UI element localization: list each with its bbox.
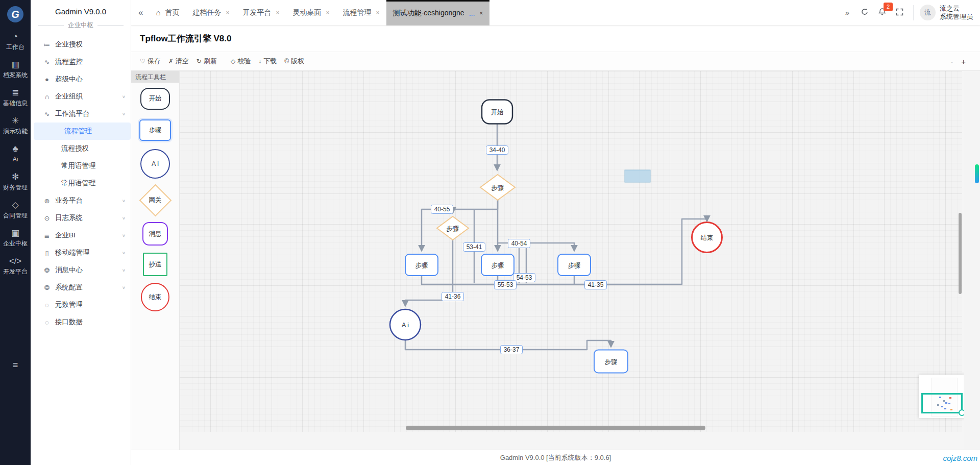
edge-label-41-36: 41-36 xyxy=(442,292,464,301)
sidebar-item-移动端管理[interactable]: ▯移动端管理∨ xyxy=(31,244,131,261)
rail-item-Ai[interactable]: ♣Ai xyxy=(0,144,31,163)
close-icon[interactable]: × xyxy=(326,9,330,16)
sidebar-item-流程监控[interactable]: ∿流程监控 xyxy=(31,53,131,70)
svg-text:36-37: 36-37 xyxy=(504,346,520,353)
rail-item-档案系统[interactable]: ▥档案系统 xyxy=(0,60,31,79)
flow-node-步骤-37[interactable]: 步骤 xyxy=(594,350,628,373)
rail-item-演示功能[interactable]: ✳演示功能 xyxy=(0,116,31,135)
toolbar-button-刷新[interactable]: ↻刷新 xyxy=(197,57,217,66)
flow-node-开始-34[interactable]: 开始 xyxy=(482,100,512,124)
flow-node-结束-35[interactable]: 结束 xyxy=(692,223,722,253)
tab-流程管理[interactable]: 流程管理× xyxy=(336,0,386,26)
rail-item-财务管理[interactable]: ✻财务管理 xyxy=(0,172,31,191)
palette-node-结束[interactable]: 结束 xyxy=(131,280,179,314)
palette-node-开始[interactable]: 开始 xyxy=(131,83,179,114)
vertical-scrollbar[interactable] xyxy=(959,213,962,294)
flow-node-步骤-40[interactable]: 步骤 xyxy=(480,175,515,200)
user-info[interactable]: 流之云 系统管理员 xyxy=(940,5,973,21)
sidebar-menu: ≔企业授权∿流程监控●超级中心∩企业组织∨∿工作流平台∨流程管理流程授权常用语管… xyxy=(31,32,131,331)
sidebar-item-系统配置[interactable]: ❂系统配置∨ xyxy=(31,279,131,296)
close-icon[interactable]: × xyxy=(376,9,380,16)
sidebar-item-企业组织[interactable]: ∩企业组织∨ xyxy=(31,88,131,105)
main-area: « ⌂首页建档任务×开发平台×灵动桌面×流程管理×测试功能-ceshigongn… xyxy=(131,0,980,465)
minimap[interactable] xyxy=(919,375,969,418)
sidebar-item-常用语管理[interactable]: 常用语管理 xyxy=(31,175,131,192)
sidebar-item-常用语管理[interactable]: 常用语管理 xyxy=(31,157,131,175)
toolbar-button-版权[interactable]: ©版权 xyxy=(284,57,304,66)
flow-edge-55-53 xyxy=(422,276,505,284)
side-helper-widget[interactable] xyxy=(975,164,979,183)
toolbar-button-icon: ✗ xyxy=(168,58,174,65)
divider xyxy=(913,5,914,20)
rail-item-工作台[interactable]: ◔工作台 xyxy=(0,32,31,51)
minimap-viewport[interactable] xyxy=(921,393,963,413)
tabs-expand-icon[interactable]: » xyxy=(839,8,856,17)
sidebar-item-流程授权[interactable]: 流程授权 xyxy=(31,140,131,157)
selection-rect[interactable] xyxy=(625,170,650,182)
flow-node-A i-36[interactable]: A i xyxy=(390,309,421,340)
svg-text:41-36: 41-36 xyxy=(445,293,461,300)
toolbar-button-清空[interactable]: ✗清空 xyxy=(168,57,189,66)
tabs-collapse-icon[interactable]: « xyxy=(131,8,149,18)
toolbar-button-下载[interactable]: ↓下载 xyxy=(258,57,277,66)
list-icon: ≣ xyxy=(0,88,31,98)
svg-text:步骤: 步骤 xyxy=(492,184,504,191)
horizontal-scrollbar[interactable] xyxy=(406,426,705,430)
flow-node-步骤-41[interactable]: 步骤 xyxy=(405,254,438,276)
sidebar-item-接口数据[interactable]: ◌接口数据 xyxy=(31,313,131,331)
zoom-in-button[interactable]: + xyxy=(961,57,966,66)
palette-node-A i[interactable]: A i xyxy=(131,146,179,182)
rail-item-合同管理[interactable]: ◇合同管理 xyxy=(0,200,31,219)
flow-node-步骤-53[interactable]: 步骤 xyxy=(481,254,514,276)
sidebar-item-企业授权[interactable]: ≔企业授权 xyxy=(31,36,131,53)
palette-node-shape: 结束 xyxy=(141,283,169,311)
fullscreen-icon[interactable] xyxy=(891,8,908,17)
palette-node-shape: A i xyxy=(140,149,170,179)
close-icon[interactable]: × xyxy=(479,10,483,17)
palette-node-消息[interactable]: 消息 xyxy=(131,218,179,249)
tab-label: 开发平台 xyxy=(243,8,272,17)
sidebar-item-消息中心[interactable]: ❂消息中心∨ xyxy=(31,261,131,279)
rail-item-基础信息[interactable]: ≣基础信息 xyxy=(0,88,31,107)
bar-chart-icon: ▥ xyxy=(0,60,31,70)
flow-node-步骤-55[interactable]: 步骤 xyxy=(437,216,469,240)
notification-bell-icon[interactable]: 2 xyxy=(873,8,891,18)
tab-测试功能-ceshigongne[interactable]: 测试功能-ceshigongne...× xyxy=(386,0,490,26)
refresh-icon[interactable] xyxy=(856,8,873,17)
app-logo-icon[interactable]: G xyxy=(7,6,23,22)
svg-text:步骤: 步骤 xyxy=(447,225,459,232)
zoom-out-button[interactable]: - xyxy=(950,57,953,66)
edge-label-40-54: 40-54 xyxy=(508,239,530,248)
close-icon[interactable]: × xyxy=(226,9,230,16)
sidebar-item-业务平台[interactable]: ⊕业务平台∨ xyxy=(31,192,131,209)
sidebar-item-label: 移动端管理 xyxy=(55,248,90,257)
flow-node-步骤-54[interactable]: 步骤 xyxy=(558,254,591,276)
palette-node-shape: 步骤 xyxy=(139,119,171,141)
close-icon[interactable]: × xyxy=(276,9,280,16)
sidebar-item-超级中心[interactable]: ●超级中心 xyxy=(31,70,131,88)
avatar[interactable]: 流 xyxy=(920,5,936,20)
palette-node-抄送[interactable]: 抄送 xyxy=(131,249,179,280)
palette-node-网关[interactable]: 网关 xyxy=(131,182,179,218)
sidebar-item-流程管理[interactable]: 流程管理 xyxy=(34,123,131,140)
rail-item-企业中枢[interactable]: ▣企业中枢 xyxy=(0,228,31,248)
rail-item-开发平台[interactable]: </>开发平台 xyxy=(0,256,31,276)
snowflake-icon: ✳ xyxy=(0,116,31,126)
toolbar-buttons: ♡保存✗清空↻刷新◇校验↓下载©版权 xyxy=(140,57,312,66)
sidebar-item-企业BI[interactable]: ≣企业BI∨ xyxy=(31,227,131,244)
tab-灵动桌面[interactable]: 灵动桌面× xyxy=(286,0,336,26)
flow-canvas[interactable]: 34-4040-5553-4140-5454-5355-5341-3541-36… xyxy=(180,71,962,432)
palette-node-步骤[interactable]: 步骤 xyxy=(131,114,179,146)
tab-开发平台[interactable]: 开发平台× xyxy=(236,0,286,26)
edge-label-55-53: 55-53 xyxy=(495,281,517,289)
tab-首页[interactable]: ⌂首页 xyxy=(149,0,186,26)
toolbar-button-保存[interactable]: ♡保存 xyxy=(140,57,161,66)
tab-建档任务[interactable]: 建档任务× xyxy=(186,0,236,26)
sidebar-item-工作流平台[interactable]: ∿工作流平台∨ xyxy=(31,105,131,123)
toolbar-button-校验[interactable]: ◇校验 xyxy=(231,57,251,66)
collapse-menu-icon[interactable]: ≡ xyxy=(0,360,31,371)
tab-label-ellipsis: ... xyxy=(469,9,475,17)
chevron-down-icon: ∨ xyxy=(122,268,126,273)
sidebar-item-日志系统[interactable]: ⊙日志系统∨ xyxy=(31,209,131,227)
sidebar-item-元数管理[interactable]: ◌元数管理 xyxy=(31,296,131,313)
